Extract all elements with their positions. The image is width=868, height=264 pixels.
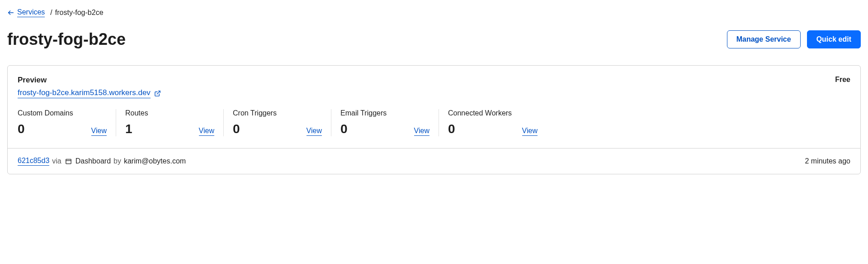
preview-label: Preview <box>18 76 47 85</box>
stat-email-triggers: Email Triggers 0 View <box>340 109 439 136</box>
stat-value: 0 <box>18 122 25 136</box>
header-actions: Manage Service Quick edit <box>727 30 861 48</box>
by-text: by <box>113 157 121 165</box>
external-link-icon[interactable] <box>154 90 161 97</box>
preview-url-row: frosty-fog-b2ce.karim5158.workers.dev <box>18 88 850 98</box>
stat-value: 0 <box>340 122 348 136</box>
breadcrumb-separator: / <box>50 9 52 17</box>
stat-label: Custom Domains <box>18 109 107 117</box>
card-footer: 621c85d3 via Dashboard by karim@obytes.c… <box>8 148 860 174</box>
timestamp: 2 minutes ago <box>805 157 850 165</box>
stat-custom-domains: Custom Domains 0 View <box>18 109 116 136</box>
window-icon <box>65 158 72 165</box>
stat-label: Cron Triggers <box>233 109 322 117</box>
breadcrumb: Services / frosty-fog-b2ce <box>7 8 861 17</box>
svg-line-1 <box>157 91 160 94</box>
page-title: frosty-fog-b2ce <box>7 30 126 49</box>
preview-header: Preview Free <box>18 76 850 85</box>
card-body: Preview Free frosty-fog-b2ce.karim5158.w… <box>8 66 860 148</box>
stat-cron-triggers: Cron Triggers 0 View <box>233 109 331 136</box>
stat-value: 0 <box>448 122 455 136</box>
source-text: Dashboard <box>75 157 111 165</box>
preview-url-link[interactable]: frosty-fog-b2ce.karim5158.workers.dev <box>18 88 151 98</box>
tier-badge: Free <box>835 76 850 84</box>
view-connected-workers-link[interactable]: View <box>522 127 538 136</box>
view-email-triggers-link[interactable]: View <box>414 127 429 136</box>
breadcrumb-current: frosty-fog-b2ce <box>55 9 104 17</box>
email-text: karim@obytes.com <box>124 157 186 165</box>
stat-value: 1 <box>125 122 132 136</box>
quick-edit-button[interactable]: Quick edit <box>807 30 861 48</box>
deploy-meta: 621c85d3 via Dashboard by karim@obytes.c… <box>18 157 186 166</box>
worker-card: Preview Free frosty-fog-b2ce.karim5158.w… <box>7 65 861 174</box>
breadcrumb-services-link[interactable]: Services <box>17 8 45 17</box>
page-header: frosty-fog-b2ce Manage Service Quick edi… <box>7 30 861 49</box>
commit-link[interactable]: 621c85d3 <box>18 157 49 166</box>
view-cron-triggers-link[interactable]: View <box>307 127 322 136</box>
view-custom-domains-link[interactable]: View <box>91 127 107 136</box>
stat-label: Routes <box>125 109 214 117</box>
stat-value: 0 <box>233 122 240 136</box>
stat-label: Email Triggers <box>340 109 429 117</box>
via-text: via <box>52 157 61 165</box>
manage-service-button[interactable]: Manage Service <box>727 30 801 48</box>
stat-routes: Routes 1 View <box>125 109 224 136</box>
back-arrow-icon[interactable] <box>7 9 14 16</box>
view-routes-link[interactable]: View <box>199 127 214 136</box>
stat-connected-workers: Connected Workers 0 View <box>448 109 547 136</box>
svg-rect-2 <box>66 159 71 163</box>
stats-row: Custom Domains 0 View Routes 1 View Cron… <box>18 109 850 136</box>
stat-label: Connected Workers <box>448 109 538 117</box>
